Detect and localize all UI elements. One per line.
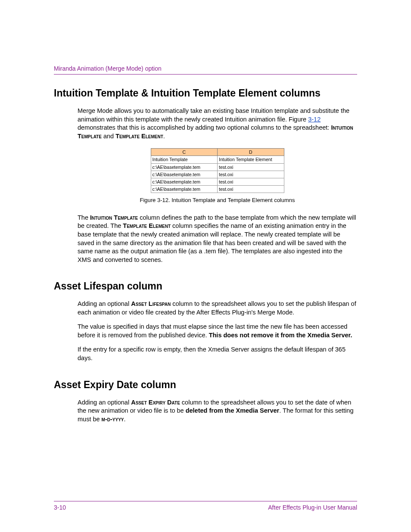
text: and [102,133,115,140]
paragraph: Adding an optional Asset Expiry Date col… [78,398,357,424]
table-row: c:\AE\basetemplate.temtest.oxi [151,178,284,185]
term-date-format: m-d-yyyy [102,416,124,423]
cell: c:\AE\basetemplate.tem [151,171,218,178]
paragraph: The Intuition Template column defines th… [78,214,357,264]
figure-caption: Figure 3-12. Intuition Template and Temp… [78,196,357,204]
figure-table: C D Intuition Template Intuition Templat… [151,148,284,193]
paragraph: The value is specified in days that must… [78,323,357,339]
text: Adding an optional [78,300,131,307]
bold-text: This does not remove it from the Xmedia … [209,332,352,339]
cell: c:\AE\basetemplate.tem [151,178,218,185]
text: Adding an optional [78,399,131,406]
term-template-element: Template Element [123,222,171,229]
cell: test.oxi [218,178,284,185]
text: . [124,416,126,423]
term-intuition-template: Intuition Template [90,214,138,221]
term-template-element: Template Element [115,133,163,140]
term-asset-lifespan: Asset Lifespan [131,300,171,307]
cell: c:\AE\basetemplate.tem [151,186,218,193]
paragraph: If the entry for a specific row is empty… [78,345,357,362]
table-header-cell: Intuition Template [151,156,218,163]
paragraph: Adding an optional Asset Lifespan column… [78,300,357,317]
table-row: c:\AE\basetemplate.temtest.oxi [151,186,284,193]
page-number: 3-10 [54,504,66,511]
cell: test.oxi [218,186,284,193]
document-page: Miranda Animation (Merge Mode) option In… [0,0,411,532]
figure-link[interactable]: 3-12 [308,116,321,123]
section-heading-intuition: Intuition Template & Intuition Template … [54,87,357,99]
chapter-title: Miranda Animation (Merge Mode) option [54,65,162,72]
table-row: c:\AE\basetemplate.temtest.oxi [151,171,284,178]
section-body: Adding an optional Asset Lifespan column… [78,300,357,362]
section-body: Adding an optional Asset Expiry Date col… [78,398,357,424]
table-header-cell: Intuition Template Element [218,156,284,163]
section-heading-lifespan: Asset Lifespan column [54,280,357,292]
cell: c:\AE\basetemplate.tem [151,163,218,171]
text: . [163,133,165,140]
page-header: Miranda Animation (Merge Mode) option [54,65,357,75]
text: demonstrates that this is accomplished b… [78,124,331,131]
page-footer: 3-10 After Effects Plug-in User Manual [54,501,357,511]
col-header-c: C [151,149,218,156]
col-header-d: D [218,149,284,156]
cell: test.oxi [218,163,284,171]
section-body: Merge Mode allows you to automatically t… [78,107,357,264]
paragraph: Merge Mode allows you to automatically t… [78,107,357,140]
cell: test.oxi [218,171,284,178]
term-asset-expiry: Asset Expiry Date [131,399,180,406]
bold-text: deleted from the Xmedia Server [186,407,280,414]
table-row: c:\AE\basetemplate.temtest.oxi [151,163,284,171]
text: The [78,214,90,221]
manual-title: After Effects Plug-in User Manual [268,504,357,511]
section-heading-expiry: Asset Expiry Date column [54,379,357,391]
